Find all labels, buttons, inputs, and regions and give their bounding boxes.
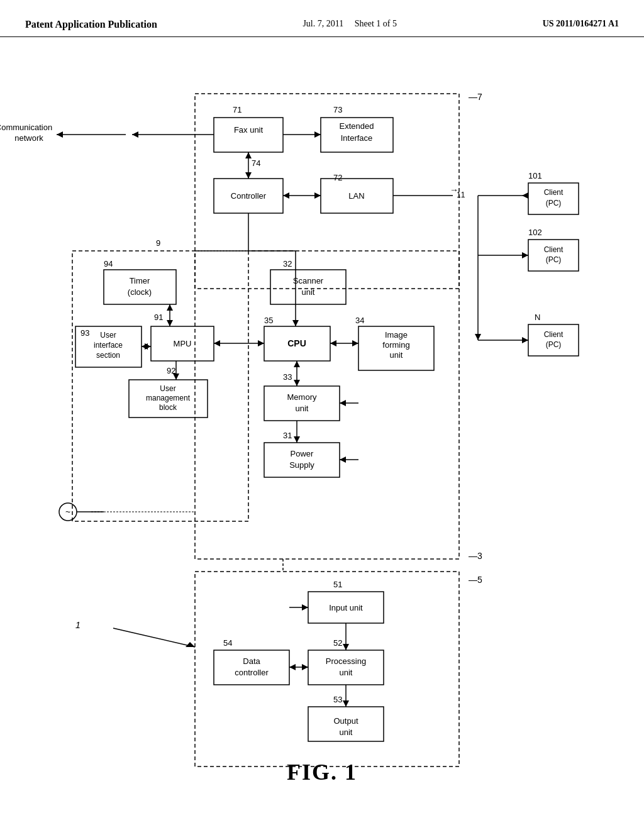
label-52: 52	[333, 638, 342, 648]
svg-marker-69	[475, 334, 481, 340]
figure-label: FIG. 1	[287, 759, 357, 785]
timer-label-1: Timer	[130, 276, 150, 285]
label-35: 35	[264, 316, 273, 325]
label-5: —5	[469, 575, 482, 585]
label-93: 93	[80, 328, 89, 338]
data-controller-label-2: controller	[235, 668, 269, 677]
label-9: 9	[156, 238, 160, 248]
svg-rect-34	[195, 251, 459, 559]
svg-marker-83	[343, 700, 349, 707]
svg-rect-1	[214, 118, 283, 152]
memory-label-1: Memory	[287, 392, 317, 402]
svg-marker-22	[167, 320, 173, 326]
label-32: 32	[283, 259, 292, 268]
svg-marker-77	[289, 664, 296, 670]
client-pc2-label-2: (PC)	[546, 255, 562, 264]
patent-number: US 2011/0164271 A1	[543, 19, 619, 29]
svg-marker-11	[283, 192, 289, 199]
label-11: 11	[457, 191, 465, 199]
sheet-label: Sheet 1 of 5	[355, 19, 397, 28]
date-label: Jul. 7, 2011	[303, 19, 343, 28]
svg-marker-49	[340, 456, 346, 463]
svg-marker-51	[294, 436, 300, 443]
data-controller-label-1: Data	[243, 656, 260, 666]
output-unit-label: Output	[333, 716, 358, 726]
page: Patent Application Publication Jul. 7, 2…	[0, 0, 644, 830]
timer-label-2: (clock)	[128, 287, 152, 297]
svg-marker-80	[343, 644, 349, 650]
svg-marker-63	[522, 192, 528, 199]
image-forming-label-2: forming	[382, 340, 409, 350]
label-74: 74	[252, 158, 260, 168]
label-7: —7	[469, 92, 482, 102]
svg-marker-7	[245, 152, 252, 158]
cpu-label: CPU	[287, 338, 306, 348]
label-53: 53	[333, 695, 342, 704]
scanner-label-1: Scanner	[293, 276, 324, 285]
svg-marker-54	[214, 340, 220, 346]
svg-line-87	[113, 628, 195, 647]
label-3: —3	[469, 551, 482, 561]
label-91: 91	[154, 313, 163, 322]
label-33: 33	[283, 372, 292, 382]
client-pc1-label-1: Client	[544, 188, 564, 197]
lan-label: LAN	[348, 191, 364, 201]
power-supply-label-2: Supply	[289, 460, 314, 470]
client-pc1-label-2: (PC)	[546, 199, 562, 208]
label-72: 72	[333, 173, 342, 182]
svg-marker-40	[352, 340, 358, 346]
header-center: Jul. 7, 2011 Sheet 1 of 5	[303, 19, 397, 29]
label-51: 51	[333, 580, 342, 589]
svg-text:~: ~	[65, 507, 70, 517]
label-1: 1	[75, 620, 80, 630]
svg-marker-45	[294, 380, 300, 386]
user-interface-label-3: section	[96, 351, 120, 360]
label-31: 31	[283, 431, 292, 440]
publication-label: Patent Application Publication	[25, 19, 157, 30]
svg-marker-46	[294, 361, 300, 367]
user-interface-label-1: User	[100, 331, 116, 340]
svg-marker-9	[132, 131, 138, 138]
diagram-area: —7 71 73 Fax unit Extended Interface 74 …	[0, 37, 644, 804]
comm-network-label-2: network	[14, 133, 43, 143]
extended-interface-label-1: Extended	[340, 121, 374, 131]
svg-marker-73	[302, 604, 308, 611]
svg-marker-23	[167, 304, 173, 311]
svg-marker-6	[245, 172, 252, 179]
input-unit-label: Input unit	[329, 603, 363, 612]
scanner-label-2: unit	[302, 287, 315, 297]
power-supply-label-1: Power	[291, 449, 314, 458]
fax-unit-label: Fax unit	[234, 125, 264, 135]
label-73: 73	[333, 105, 342, 114]
label-102: 102	[528, 228, 542, 237]
svg-marker-58	[292, 320, 299, 326]
diagram-svg: —7 71 73 Fax unit Extended Interface 74 …	[0, 37, 644, 804]
svg-marker-66	[522, 252, 528, 258]
user-interface-label-2: interface	[94, 341, 123, 350]
label-94: 94	[104, 259, 113, 268]
client-pcN-label-1: Client	[544, 330, 564, 339]
label-N: N	[535, 313, 540, 322]
client-pcN-label-2: (PC)	[546, 340, 562, 349]
processing-unit-label-2: unit	[340, 668, 353, 677]
label-54: 54	[223, 638, 232, 648]
processing-unit-label-1: Processing	[326, 656, 366, 666]
label-101: 101	[528, 171, 542, 180]
user-mgmt-label-2: management	[146, 394, 191, 402]
client-pc2-label-1: Client	[544, 245, 564, 254]
output-unit-label-2: unit	[340, 728, 353, 737]
svg-marker-29	[173, 374, 179, 380]
svg-marker-53	[258, 340, 264, 346]
svg-marker-14	[314, 131, 321, 138]
image-forming-label-3: unit	[390, 350, 403, 360]
svg-marker-88	[186, 642, 195, 647]
image-forming-label-1: Image	[385, 330, 408, 340]
comm-network-label-1: Communication	[0, 123, 52, 132]
memory-label-2: unit	[296, 404, 309, 413]
mpu-label: MPU	[174, 339, 192, 348]
user-mgmt-label-3: block	[159, 403, 177, 412]
label-34: 34	[355, 316, 364, 325]
svg-marker-43	[340, 400, 346, 406]
svg-marker-12	[314, 192, 321, 199]
header: Patent Application Publication Jul. 7, 2…	[0, 0, 644, 37]
